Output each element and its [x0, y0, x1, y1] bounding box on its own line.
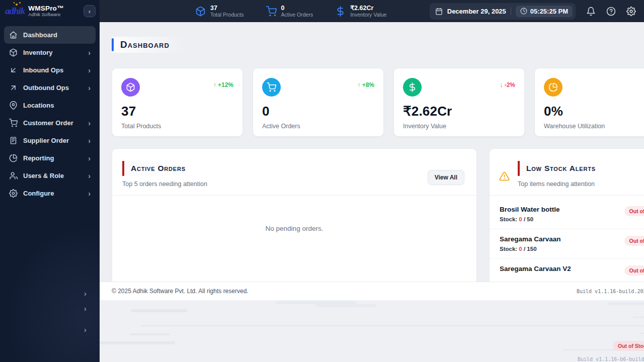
- sidebar: adhik WMSPro™ Adhik Software ‹ Dashboard…: [0, 0, 100, 362]
- arrow-down-left-icon: [9, 66, 18, 74]
- card-label: Active Orders: [262, 123, 374, 130]
- chevron-right-icon: ›: [88, 154, 91, 162]
- card-warehouse-utilization: 0% Warehouse Utilization: [534, 68, 644, 137]
- status-badge: Out of Stock: [624, 265, 644, 276]
- card-value: ₹2.62Cr: [403, 104, 515, 119]
- trend-up-icon: ↑: [357, 81, 360, 88]
- box-icon: [9, 48, 18, 57]
- clock-icon: [520, 8, 527, 15]
- time-text: 05:25:25 PM: [530, 8, 568, 15]
- trend-indicator: ↑ +12%: [213, 81, 233, 88]
- view-all-button[interactable]: View All: [428, 170, 464, 185]
- trend-indicator: ↓ -2%: [500, 81, 515, 88]
- list-item[interactable]: Saregama Carvaan V2 Out of Stock: [490, 259, 644, 283]
- sidebar-nav: Dashboard Inventory › Inbound Ops › Outb…: [0, 22, 100, 202]
- topbar: 37 Total Products 0 Active Orders ₹2.62C…: [100, 0, 644, 22]
- cart-icon: [266, 6, 277, 17]
- main-content: Dashboard ↑ +12% 37 Total Products ↑ +8%…: [100, 22, 644, 362]
- sidebar-item-label: Users & Role: [23, 172, 64, 179]
- trend-value: -2%: [505, 81, 515, 88]
- sidebar-collapse-button[interactable]: ‹: [84, 5, 96, 17]
- stock-label: Stock:: [500, 216, 517, 222]
- ghost-build-text: Build v1.1.16-b6-build.202: [578, 356, 644, 362]
- sidebar-header: adhik WMSPro™ Adhik Software ‹: [0, 0, 100, 22]
- chevron-right-icon: ›: [88, 137, 91, 145]
- sidebar-item-customer-order[interactable]: Customer Order ›: [4, 114, 96, 132]
- settings-button[interactable]: [626, 7, 636, 16]
- trend-value: +12%: [218, 81, 233, 88]
- card-value: 0: [262, 104, 374, 119]
- low-stock-list: Brosil Water bottle Stock: 0 / 50 Out of…: [490, 196, 644, 283]
- sidebar-item-inventory[interactable]: Inventory ›: [4, 44, 96, 61]
- chevron-left-icon: ‹: [89, 8, 91, 15]
- chevron-right-icon: ›: [88, 49, 91, 57]
- trend-up-icon: ↑: [213, 81, 216, 88]
- sidebar-item-users-role[interactable]: Users & Role ›: [4, 167, 96, 185]
- company-name: Adhik Software: [28, 12, 63, 18]
- sidebar-item-supplier-order[interactable]: Supplier Order ›: [4, 132, 96, 149]
- stock-qty: 0: [519, 246, 522, 252]
- sidebar-item-dashboard[interactable]: Dashboard: [4, 26, 96, 44]
- stat-cards: ↑ +12% 37 Total Products ↑ +8% 0 Active …: [112, 68, 644, 137]
- page-title-text: Dashboard: [120, 39, 170, 50]
- card-icon-circle: [403, 78, 422, 97]
- card-value: 0%: [544, 104, 644, 119]
- sidebar-item-label: Inventory: [23, 49, 53, 56]
- card-total-products: ↑ +12% 37 Total Products: [112, 68, 243, 137]
- product-name: Saregama Carvaan V2: [500, 265, 571, 273]
- datetime-display: December 29, 2025 05:25:25 PM: [430, 3, 576, 20]
- pie-chart-icon: [9, 154, 18, 162]
- status-badge: Out of Stock: [624, 206, 644, 216]
- building-icon: [9, 136, 18, 145]
- card-label: Inventory Value: [403, 123, 515, 130]
- cart-icon: [9, 119, 18, 127]
- product-name: Brosil Water bottle: [500, 206, 560, 213]
- list-item[interactable]: Saregama Carvaan Stock: 0 / 150 Out of S…: [490, 229, 644, 259]
- trend-down-icon: ↓: [500, 81, 503, 88]
- divider: [511, 7, 511, 15]
- sidebar-item-outbound-ops[interactable]: Outbound Ops ›: [4, 79, 96, 97]
- calendar-icon: [435, 8, 443, 15]
- adhik-logo: adhik: [5, 6, 25, 17]
- sidebar-item-inbound-ops[interactable]: Inbound Ops ›: [4, 61, 96, 79]
- section-title: Low Stock Alerts: [518, 161, 616, 176]
- list-item[interactable]: Brosil Water bottle Stock: 0 / 50 Out of…: [490, 200, 644, 229]
- notifications-button[interactable]: [586, 7, 596, 16]
- card-icon-circle: [121, 78, 140, 97]
- box-icon: [126, 82, 135, 92]
- help-icon: [606, 7, 616, 16]
- chevron-right-icon: ›: [88, 190, 91, 198]
- map-pin-icon: [9, 101, 18, 110]
- cart-icon: [267, 82, 276, 92]
- build-version-text: Build v1.1.16-build.20251: [577, 289, 644, 294]
- stock-qty: 0: [519, 216, 522, 222]
- stock-total: / 50: [524, 216, 533, 222]
- stat-label: Inventory Value: [350, 12, 386, 18]
- sidebar-item-configure[interactable]: Configure ›: [4, 185, 96, 202]
- topbar-stat-total-products: 37 Total Products: [195, 5, 244, 18]
- sidebar-item-label: Configure: [23, 190, 54, 197]
- active-orders-body: No pending orders.: [112, 196, 476, 232]
- box-icon: [195, 6, 206, 17]
- stock-line: Stock: 0 / 150: [500, 246, 561, 252]
- section-accent-bar: [518, 161, 520, 176]
- active-orders-title: Active Orders: [131, 161, 186, 176]
- card-value: 37: [121, 104, 233, 119]
- card-label: Total Products: [121, 123, 233, 130]
- help-button[interactable]: [606, 7, 616, 16]
- sidebar-item-label: Dashboard: [23, 31, 57, 39]
- active-orders-header: Active Orders View All Top 5 orders need…: [112, 149, 476, 196]
- active-orders-subtitle: Top 5 orders needing attention: [122, 180, 464, 188]
- arrow-up-right-icon: [9, 83, 18, 92]
- date-text: December 29, 2025: [447, 8, 506, 15]
- sidebar-item-locations[interactable]: Locations: [4, 97, 96, 114]
- footer: © 2025 Adhik Software Pvt. Ltd. All righ…: [100, 282, 644, 300]
- copyright-text: © 2025 Adhik Software Pvt. Ltd. All righ…: [112, 288, 249, 295]
- topbar-stat-active-orders: 0 Active Orders: [266, 5, 313, 18]
- low-stock-header: Low Stock Alerts Top items needing atten…: [490, 149, 644, 196]
- ghost-chevron-right-icon: ›: [84, 290, 87, 298]
- sidebar-item-reporting[interactable]: Reporting ›: [4, 149, 96, 167]
- sidebar-item-label: Outbound Ops: [23, 84, 69, 92]
- status-badge: Out of Stock: [624, 236, 644, 246]
- app-name: WMSPro™: [28, 5, 63, 13]
